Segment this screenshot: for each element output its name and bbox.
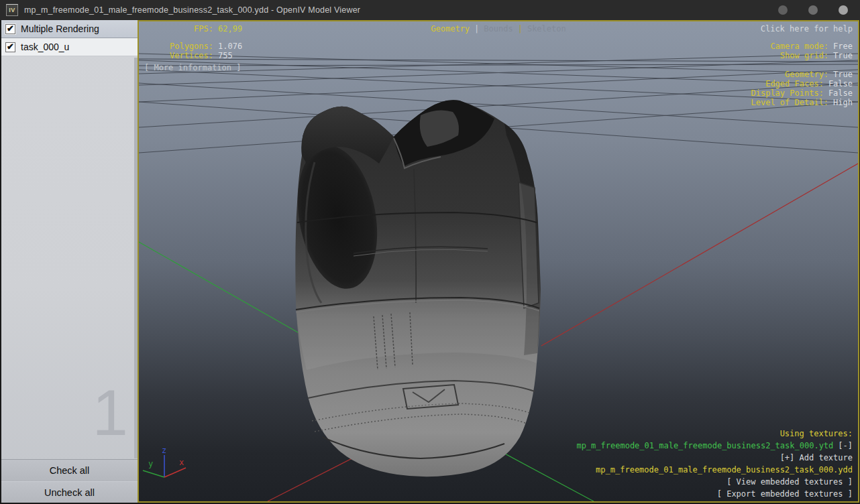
stat-vertices: Vertices: 755 xyxy=(144,51,233,60)
stat-vertices-value: 755 xyxy=(213,51,233,60)
view-mode-tabs: Geometry | Bounds | Skeleton xyxy=(139,24,858,34)
edged-faces-label: Edged Faces: xyxy=(765,79,824,88)
ydd-file-name: mp_m_freemode_01_male_freemode_business2… xyxy=(596,465,853,475)
model-viewport: z y x FPS: 62,99 Polygons: 1.076 Vertice… xyxy=(138,20,859,503)
app-icon: IV xyxy=(6,4,18,16)
tab-geometry[interactable]: Geometry xyxy=(431,24,470,34)
show-grid-value: True xyxy=(828,51,853,60)
using-textures-header: Using textures: xyxy=(780,429,853,438)
show-grid-setting[interactable]: Show grid: True xyxy=(780,51,853,60)
stat-polygons-value: 1.076 xyxy=(213,42,242,51)
axis-gizmo: z y x xyxy=(143,446,186,477)
sidebar-item-task-000-u[interactable]: ✔ task_000_u xyxy=(1,38,138,56)
display-points-value: False xyxy=(824,88,853,98)
axis-x-label: x xyxy=(179,458,184,467)
display-points-label: Display Points: xyxy=(751,88,824,98)
window-title: mp_m_freemode_01_male_freemode_business2… xyxy=(24,5,360,15)
check-mark-icon: ✔ xyxy=(7,24,14,33)
ytd-file-name[interactable]: mp_m_freemode_01_male_freemode_business2… xyxy=(576,441,833,450)
sidebar-item-multiple-rendering[interactable]: ✔ Multiple Rendering xyxy=(1,20,138,38)
geometry-label: Geometry: xyxy=(785,70,828,79)
vest-model xyxy=(287,100,541,477)
using-textures-label: Using textures: xyxy=(780,429,853,438)
level-of-detail-setting[interactable]: Level of Detail: High xyxy=(751,98,853,107)
sidebar-item-label: Multiple Rendering xyxy=(21,23,99,34)
uncheck-all-button[interactable]: Uncheck all xyxy=(1,481,138,503)
check-all-button[interactable]: Check all xyxy=(1,460,138,481)
checkbox-checked-icon[interactable]: ✔ xyxy=(5,42,15,52)
axis-z-label: z xyxy=(162,446,166,455)
camera-mode-label: Camera mode: xyxy=(770,42,828,51)
view-embedded-textures-button[interactable]: [ View embedded textures ] xyxy=(727,477,853,487)
world-axis-y-line xyxy=(139,242,309,338)
model-count-watermark: 1 xyxy=(93,381,128,445)
export-embedded-textures-button[interactable]: [ Export embedded textures ] xyxy=(717,489,853,499)
model-list-sidebar: ✔ Multiple Rendering ✔ task_000_u 1 Chec… xyxy=(1,20,138,503)
model-viewport-canvas[interactable]: z y x xyxy=(139,21,858,501)
maximize-button[interactable] xyxy=(808,5,818,15)
geometry-value: True xyxy=(828,70,853,79)
export-embedded-row: [ Export embedded textures ] xyxy=(717,489,853,499)
camera-mode-value: Free xyxy=(828,42,853,51)
axis-y-label: y xyxy=(148,459,153,468)
check-mark-icon: ✔ xyxy=(7,42,14,51)
minimize-button[interactable] xyxy=(778,5,788,15)
tab-skeleton[interactable]: Skeleton xyxy=(527,24,566,34)
tab-separator: | xyxy=(513,24,527,34)
level-of-detail-label: Level of Detail: xyxy=(751,98,829,107)
add-texture-row: [+] Add texture xyxy=(780,453,853,462)
geometry-setting[interactable]: Geometry: True xyxy=(785,70,853,79)
more-information-link[interactable]: [ More information ] xyxy=(144,63,241,72)
edged-faces-setting[interactable]: Edged Faces: False xyxy=(765,79,853,88)
sidebar-item-label: task_000_u xyxy=(21,42,69,52)
close-button[interactable] xyxy=(839,5,848,15)
help-link[interactable]: Click here for help xyxy=(761,24,853,34)
world-axis-x-line xyxy=(541,164,858,346)
tab-bounds[interactable]: Bounds xyxy=(484,24,513,34)
level-of-detail-value: High xyxy=(828,98,853,107)
sidebar-footer: Check all Uncheck all xyxy=(1,459,138,503)
add-texture-button[interactable]: [+] Add texture xyxy=(780,453,853,462)
display-points-setting[interactable]: Display Points: False xyxy=(751,88,853,98)
ydd-file-row: mp_m_freemode_01_male_freemode_business2… xyxy=(596,465,853,475)
remove-texture-button[interactable]: [-] xyxy=(833,441,853,450)
stat-polygons: Polygons: 1.076 xyxy=(144,42,242,51)
checkbox-checked-icon[interactable]: ✔ xyxy=(5,24,15,34)
title-bar: IV mp_m_freemode_01_male_freemode_busine… xyxy=(0,0,860,20)
view-embedded-row: [ View embedded textures ] xyxy=(727,477,853,487)
show-grid-label: Show grid: xyxy=(780,51,828,60)
edged-faces-value: False xyxy=(824,79,853,88)
camera-mode-setting[interactable]: Camera mode: Free xyxy=(770,42,853,51)
tab-separator: | xyxy=(470,24,484,34)
ytd-texture-row: mp_m_freemode_01_male_freemode_business2… xyxy=(576,441,853,450)
openiv-model-viewer-window: { "window": { "icon_text": "IV", "title"… xyxy=(0,0,860,504)
stat-vertices-label: Vertices: xyxy=(144,51,213,60)
stat-polygons-label: Polygons: xyxy=(144,42,213,51)
